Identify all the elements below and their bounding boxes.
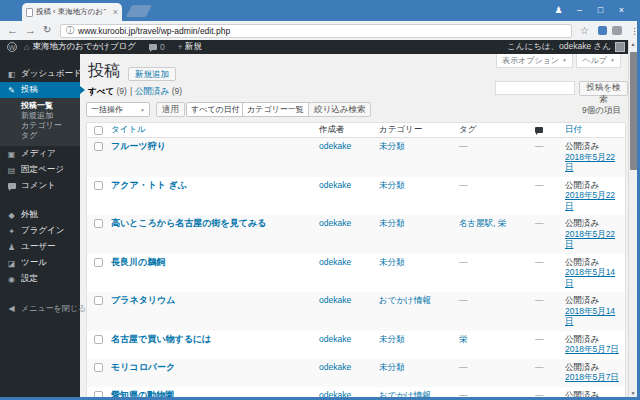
filter-button[interactable]: 絞り込み検索 — [308, 102, 371, 117]
search-input[interactable] — [495, 81, 575, 95]
sidebar-item-appearance[interactable]: ◆外観 — [0, 207, 80, 223]
address-bar[interactable]: ⓘ www.kuroobi.jp/travel/wp-admin/edit.ph… — [60, 24, 572, 38]
post-title-link[interactable]: 愛知県の動物園 — [111, 390, 174, 398]
category-link[interactable]: 未分類 — [379, 334, 405, 344]
scrollbar-thumb[interactable] — [630, 52, 637, 170]
maximize-button[interactable]: □ — [590, 5, 611, 15]
sidebar-item-media[interactable]: ▣メディア — [0, 146, 80, 162]
profile-icon[interactable]: ♟ — [548, 5, 569, 15]
extension-icon[interactable] — [598, 26, 607, 35]
minimize-button[interactable]: – — [569, 5, 590, 15]
author-link[interactable]: odekake — [319, 218, 351, 228]
browser-titlebar: 投稿 ‹ 東海地方のおでかけ × ♟ – □ × — [0, 0, 640, 21]
search-posts-button[interactable]: 投稿を検索 — [579, 81, 628, 96]
page-scrollbar[interactable]: ▲ ▼ — [628, 40, 637, 397]
scroll-down-icon[interactable]: ▼ — [629, 390, 637, 396]
date-link[interactable]: 2018年5月22日 — [565, 229, 621, 250]
category-link[interactable]: 未分類 — [379, 362, 405, 372]
date-link[interactable]: 2018年5月14日 — [565, 306, 621, 327]
sidebar-subitem-categories[interactable]: カテゴリー — [0, 121, 80, 131]
row-checkbox[interactable] — [94, 335, 103, 344]
sidebar-item-collapse[interactable]: ◀メニューを閉じる — [0, 300, 80, 316]
date-link[interactable]: 2018年5月7日 — [565, 344, 621, 355]
column-header-title[interactable]: タイトル — [109, 124, 317, 136]
category-filter-select[interactable]: カテゴリー一覧 ▼ — [242, 102, 318, 117]
date-link[interactable]: 2018年5月22日 — [565, 152, 621, 173]
post-title-link[interactable]: プラネタリウム — [111, 295, 175, 305]
date-link[interactable]: 2018年5月7日 — [565, 372, 621, 383]
filter-published-link[interactable]: 公開済み (9) — [135, 86, 182, 96]
sidebar-item-settings[interactable]: ◉設定 — [0, 271, 80, 287]
sidebar-item-comments[interactable]: コメント — [0, 178, 80, 194]
date-cell: 公開済み2018年5月22日 — [563, 218, 625, 250]
post-title-link[interactable]: 長良川の鵜飼 — [111, 257, 165, 267]
tools-icon: ◪ — [6, 259, 17, 268]
close-button[interactable]: × — [611, 5, 632, 15]
author-link[interactable]: odekake — [319, 334, 351, 344]
sidebar-item-dashboard[interactable]: ◧ダッシュボード — [0, 66, 80, 82]
post-title-link[interactable]: 名古屋で買い物するには — [111, 334, 211, 344]
row-checkbox[interactable] — [94, 363, 103, 372]
filter-all-link[interactable]: すべて (9) — [88, 86, 127, 96]
sidebar-subitem-add-new[interactable]: 新規追加 — [0, 111, 80, 121]
extension-icon[interactable] — [612, 26, 622, 35]
column-header-date[interactable]: 日付 — [563, 124, 625, 136]
category-link[interactable]: 未分類 — [379, 141, 405, 151]
screen-options-button[interactable]: 表示オプション ▼ — [496, 54, 573, 68]
forward-icon[interactable]: → — [25, 23, 36, 37]
apply-button[interactable]: 適用 — [156, 102, 185, 117]
sidebar-item-users[interactable]: ♟ユーザー — [0, 239, 80, 255]
sidebar-subitem-tags[interactable]: タグ — [0, 131, 80, 141]
select-all-checkbox[interactable] — [94, 126, 103, 135]
date-link[interactable]: 2018年5月22日 — [565, 190, 621, 211]
browser-tab[interactable]: 投稿 ‹ 東海地方のおでかけ × — [22, 3, 122, 21]
post-title-link[interactable]: 高いところから名古屋の街を見てみる — [111, 218, 266, 228]
author-link[interactable]: odekake — [319, 390, 351, 398]
wordpress-logo-icon[interactable]: W — [7, 42, 17, 52]
author-link[interactable]: odekake — [319, 295, 351, 305]
tab-close-icon[interactable]: × — [113, 8, 118, 17]
sidebar-item-posts[interactable]: ✎投稿 — [0, 82, 80, 98]
new-tab-button[interactable] — [126, 5, 152, 17]
bookmark-star-icon[interactable]: ☆ — [580, 24, 589, 38]
date-link[interactable]: 2018年5月14日 — [565, 267, 621, 288]
tag-link[interactable]: 名古屋駅, 栄 — [459, 218, 506, 228]
row-checkbox[interactable] — [94, 142, 103, 151]
author-link[interactable]: odekake — [319, 257, 351, 267]
reload-icon[interactable]: ↻ — [43, 23, 51, 37]
tag-link[interactable]: 栄 — [459, 334, 468, 344]
avatar[interactable] — [615, 42, 625, 52]
bulk-action-select[interactable]: 一括操作 ▼ — [86, 102, 150, 117]
user-greeting[interactable]: こんにちは、odekake さん — [507, 41, 611, 53]
category-link[interactable]: 未分類 — [379, 218, 405, 228]
category-link[interactable]: 未分類 — [379, 257, 405, 267]
back-icon[interactable]: ← — [7, 23, 18, 37]
table-header: タイトル 作成者 カテゴリー タグ 日付 — [87, 123, 625, 138]
site-info-icon[interactable]: ⓘ — [66, 25, 74, 36]
post-title-link[interactable]: モリコロパーク — [111, 362, 175, 372]
sidebar-subitem-all-posts[interactable]: 投稿一覧 — [0, 101, 80, 111]
category-link[interactable]: おでかけ情報 — [379, 295, 431, 305]
media-icon: ▣ — [6, 150, 17, 159]
category-link[interactable]: 未分類 — [379, 180, 405, 190]
author-link[interactable]: odekake — [319, 180, 351, 190]
author-link[interactable]: odekake — [319, 362, 351, 372]
admin-comments-link[interactable]: 0 — [149, 42, 165, 52]
help-button[interactable]: ヘルプ ▼ — [576, 54, 621, 68]
home-icon: ⌂ — [24, 42, 29, 52]
row-checkbox[interactable] — [94, 258, 103, 267]
post-title-link[interactable]: アクア・トト ぎふ — [111, 180, 187, 190]
row-checkbox[interactable] — [94, 219, 103, 228]
category-link[interactable]: おでかけ情報 — [379, 390, 431, 398]
scroll-up-icon[interactable]: ▲ — [629, 41, 637, 47]
sidebar-item-pages[interactable]: ▤固定ページ — [0, 162, 80, 178]
row-checkbox[interactable] — [94, 296, 103, 305]
row-checkbox[interactable] — [94, 181, 103, 190]
add-new-button[interactable]: 新規追加 — [128, 67, 176, 81]
sidebar-item-plugins[interactable]: ✦プラグイン — [0, 223, 80, 239]
post-title-link[interactable]: フルーツ狩り — [111, 141, 166, 151]
new-content-link[interactable]: + 新規 — [178, 41, 202, 53]
author-link[interactable]: odekake — [319, 141, 351, 151]
sidebar-item-tools[interactable]: ◪ツール — [0, 255, 80, 271]
site-name-link[interactable]: 東海地方のおでかけブログ — [32, 41, 136, 53]
